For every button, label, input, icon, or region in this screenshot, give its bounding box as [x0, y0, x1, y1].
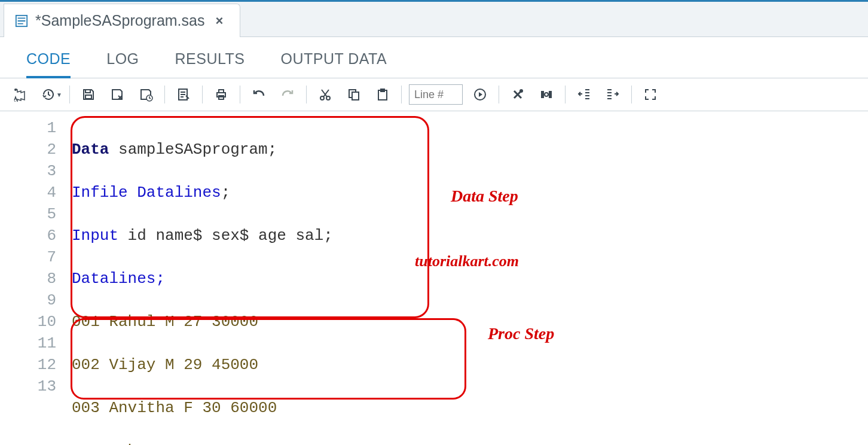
svg-point-16 — [519, 89, 523, 93]
punct: ; — [268, 141, 277, 159]
file-tab[interactable]: *SampleSASprogram.sas × — [4, 4, 240, 37]
separator — [69, 86, 70, 103]
svg-point-19 — [545, 93, 548, 96]
file-tab-name: *SampleSASprogram.sas — [35, 12, 204, 29]
indent-out-icon[interactable] — [573, 84, 595, 105]
run-icon[interactable] — [8, 84, 31, 105]
separator — [164, 86, 165, 103]
kw: Input — [72, 227, 118, 245]
code-body[interactable]: Data sampleSASprogram; Infile Datalines;… — [66, 111, 868, 445]
tab-results[interactable]: RESULTS — [175, 50, 245, 78]
line-number: 3 — [0, 160, 56, 182]
paste-icon[interactable] — [371, 84, 394, 105]
data-row: 004 Neha F 25 20000 — [72, 442, 249, 445]
separator — [565, 86, 566, 103]
svg-rect-3 — [85, 95, 91, 99]
separator — [240, 86, 240, 103]
line-number: 5 — [0, 203, 56, 225]
code-editor[interactable]: 1 2 3 4 5 6 7 8 9 10 11 12 13 Data sampl… — [0, 111, 868, 445]
save-as-icon[interactable] — [106, 84, 129, 105]
kw: Datalines — [128, 184, 221, 202]
svg-rect-2 — [85, 90, 90, 93]
find-icon[interactable] — [535, 84, 558, 105]
undo-icon[interactable] — [247, 84, 270, 105]
file-tab-bar: *SampleSASprogram.sas × — [0, 0, 868, 37]
annotation-label-data-step: Data Step — [451, 187, 518, 206]
annotation-label-proc-step: Proc Step — [488, 324, 554, 343]
punct: ; — [221, 184, 231, 202]
svg-rect-17 — [541, 91, 544, 98]
separator — [631, 86, 632, 103]
cut-icon[interactable] — [314, 84, 337, 105]
clear-icon[interactable] — [506, 84, 529, 105]
copy-icon[interactable] — [343, 84, 365, 105]
line-number: 1 — [0, 117, 56, 139]
line-number: 9 — [0, 289, 56, 311]
line-number: 7 — [0, 246, 56, 268]
separator — [401, 86, 402, 103]
data-row: 001 Rahul M 27 30000 — [72, 313, 258, 331]
snippet-icon[interactable] — [172, 84, 195, 105]
annotation-watermark: tutorialkart.com — [415, 252, 519, 270]
data-row: 002 Vijay M 29 45000 — [72, 356, 258, 374]
line-number: 12 — [0, 354, 56, 376]
line-number: 8 — [0, 268, 56, 289]
separator — [202, 86, 203, 103]
line-gutter: 1 2 3 4 5 6 7 8 9 10 11 12 13 — [0, 111, 66, 445]
inner-tab-bar: CODE LOG RESULTS OUTPUT DATA — [0, 37, 868, 78]
kw: Data — [72, 141, 109, 159]
close-icon[interactable]: × — [212, 13, 227, 29]
kw: Infile — [72, 184, 128, 202]
sas-file-icon — [15, 14, 28, 28]
indent-in-icon[interactable] — [601, 84, 624, 105]
tab-code[interactable]: CODE — [26, 50, 71, 78]
line-number: 4 — [0, 182, 56, 203]
maximize-icon[interactable] — [639, 84, 662, 105]
separator — [306, 86, 307, 103]
tab-output-data[interactable]: OUTPUT DATA — [280, 50, 387, 78]
data-row: 003 Anvitha F 30 60000 — [72, 399, 277, 417]
chevron-down-icon[interactable]: ▼ — [56, 92, 62, 98]
line-number: 2 — [0, 139, 56, 160]
kw: Datalines; — [72, 270, 165, 288]
sas-studio-window: *SampleSASprogram.sas × CODE LOG RESULTS… — [0, 0, 868, 445]
redo-icon[interactable] — [276, 84, 299, 105]
line-number: 6 — [0, 225, 56, 246]
separator — [499, 86, 499, 103]
svg-rect-18 — [549, 91, 552, 98]
go-icon[interactable] — [469, 84, 491, 105]
svg-rect-12 — [352, 92, 359, 100]
save-log-icon[interactable] — [135, 84, 157, 105]
line-number: 13 — [0, 376, 56, 397]
print-icon[interactable] — [210, 84, 233, 105]
ident: sampleSASprogram — [109, 141, 267, 159]
editor-toolbar: ▼ — [0, 78, 868, 111]
vars: id name$ sex$ age sal — [118, 227, 323, 245]
goto-line-input[interactable] — [409, 84, 463, 105]
punct: ; — [323, 227, 333, 245]
svg-point-1 — [14, 89, 17, 91]
line-number: 11 — [0, 333, 56, 354]
tab-log[interactable]: LOG — [106, 50, 139, 78]
line-number: 10 — [0, 311, 56, 333]
save-icon[interactable] — [77, 84, 100, 105]
svg-rect-7 — [219, 90, 224, 93]
